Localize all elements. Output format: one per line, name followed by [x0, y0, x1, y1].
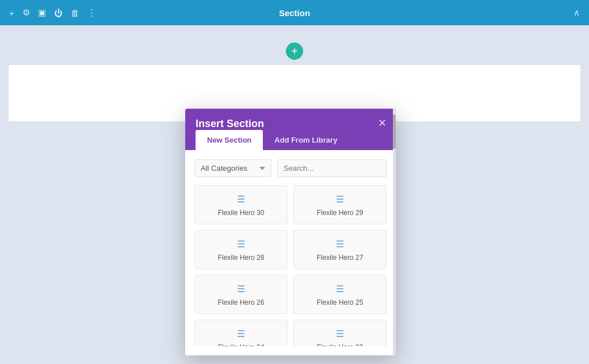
card-label: Flexile Hero 30 — [218, 209, 265, 217]
section-card[interactable]: ☰ Flexile Hero 27 — [293, 230, 387, 269]
power-icon[interactable]: ⏻ — [54, 8, 63, 18]
section-card[interactable]: ☰ Flexile Hero 23 — [293, 320, 387, 346]
modal-body: All Categories ☰ Flexile Hero 30 ☰ Flexi… — [185, 150, 396, 355]
toolbar-title: Section — [279, 8, 310, 18]
modal-scrollbar-thumb — [393, 114, 396, 149]
tab-new-section[interactable]: New Section — [196, 130, 263, 150]
gear-icon[interactable]: ⚙ — [22, 7, 30, 18]
section-grid: ☰ Flexile Hero 30 ☰ Flexile Hero 29 ☰ Fl… — [194, 185, 387, 346]
trash-icon[interactable]: 🗑 — [71, 8, 79, 18]
card-label: Flexile Hero 23 — [317, 343, 364, 346]
card-icon: ☰ — [237, 285, 245, 294]
section-card[interactable]: ☰ Flexile Hero 26 — [194, 275, 288, 314]
add-icon[interactable]: + — [9, 8, 14, 18]
section-card[interactable]: ☰ Flexile Hero 25 — [293, 275, 387, 314]
card-label: Flexile Hero 24 — [218, 343, 265, 346]
toolbar-left: + ⚙ ▣ ⏻ 🗑 ⋮ — [9, 7, 96, 18]
card-label: Flexile Hero 26 — [218, 298, 265, 306]
filter-row: All Categories — [194, 159, 387, 177]
card-label: Flexile Hero 25 — [317, 298, 364, 306]
tab-add-from-library[interactable]: Add From Library — [263, 130, 349, 150]
section-card[interactable]: ☰ Flexile Hero 29 — [293, 185, 387, 224]
card-label: Flexile Hero 27 — [317, 254, 364, 262]
card-icon: ☰ — [336, 195, 344, 204]
card-icon: ☰ — [237, 195, 245, 204]
card-icon: ☰ — [237, 329, 245, 339]
toolbar-collapse[interactable]: ∧ — [573, 7, 580, 18]
add-section-top-button[interactable]: + — [286, 43, 303, 60]
category-select[interactable]: All Categories — [194, 159, 271, 177]
modal-title: Insert Section — [196, 118, 264, 129]
modal-close-button[interactable]: ✕ — [378, 117, 387, 129]
toolbar: + ⚙ ▣ ⏻ 🗑 ⋮ Section ∧ — [0, 0, 589, 25]
modal-header: Insert Section ✕ New Section Add From Li… — [185, 109, 396, 150]
card-icon: ☰ — [336, 329, 344, 339]
card-label: Flexile Hero 29 — [317, 209, 364, 217]
search-input[interactable] — [277, 159, 387, 177]
more-icon[interactable]: ⋮ — [87, 7, 96, 18]
section-card[interactable]: ☰ Flexile Hero 24 — [194, 320, 288, 346]
card-icon: ☰ — [237, 240, 245, 249]
card-label: Flexile Hero 28 — [218, 254, 265, 262]
modal-scrollbar[interactable] — [393, 109, 396, 355]
section-card[interactable]: ☰ Flexile Hero 30 — [194, 185, 288, 224]
layout-icon[interactable]: ▣ — [38, 7, 46, 18]
modal-tabs: New Section Add From Library — [196, 130, 385, 150]
section-card[interactable]: ☰ Flexile Hero 28 — [194, 230, 288, 269]
card-icon: ☰ — [336, 240, 344, 249]
insert-section-modal: Insert Section ✕ New Section Add From Li… — [185, 109, 396, 355]
card-icon: ☰ — [336, 285, 344, 294]
canvas-area: + + Insert Section ✕ New Section Add Fro… — [0, 25, 589, 155]
